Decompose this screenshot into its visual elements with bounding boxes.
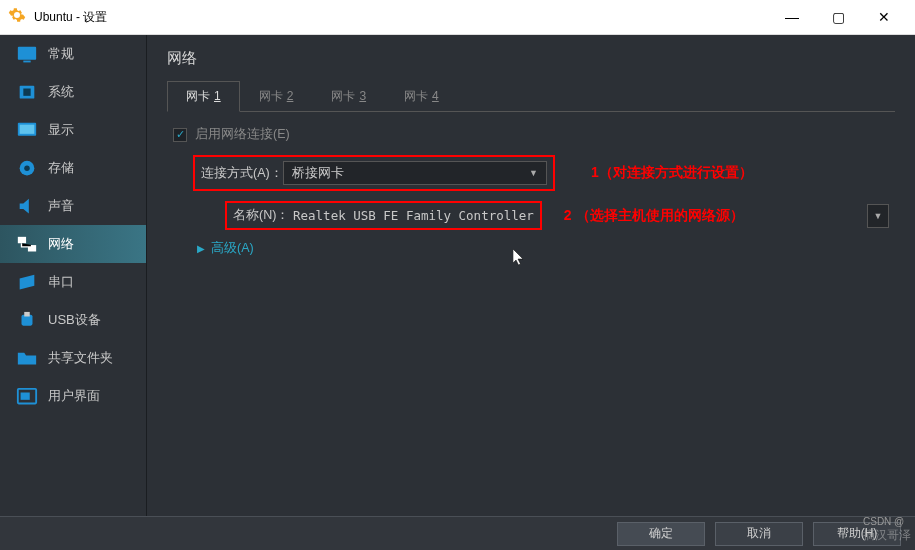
svg-rect-8: [18, 237, 26, 243]
adapter-name-value: Realtek USB FE Family Controller: [293, 208, 534, 223]
triangle-right-icon: ▶: [197, 243, 205, 254]
advanced-toggle[interactable]: ▶ 高级(A): [169, 240, 893, 257]
connection-type-label: 连接方式(A)：: [201, 165, 283, 182]
sidebar-item-display[interactable]: 显示: [0, 111, 146, 149]
connection-type-dropdown[interactable]: 桥接网卡 ▼: [283, 161, 547, 185]
page-title: 网络: [167, 49, 895, 68]
adapter-tabs: 网卡1 网卡2 网卡3 网卡4: [167, 80, 895, 112]
sidebar-item-shared[interactable]: 共享文件夹: [0, 339, 146, 377]
folder-icon: [16, 349, 38, 367]
sidebar: 常规 系统 显示 存储 声音 网络 串口 USB设备: [0, 35, 147, 516]
sidebar-item-label: 串口: [48, 273, 74, 291]
annotation-2: 2 （选择主机使用的网络源）: [564, 207, 744, 225]
ui-icon: [16, 387, 38, 405]
monitor-icon: [16, 45, 38, 63]
main-panel: 网络 网卡1 网卡2 网卡3 网卡4 ✓ 启用网络连接(E) 连接方式(A)： …: [147, 35, 915, 516]
dialog-footer: 确定 取消 帮助(H): [0, 516, 915, 550]
connection-type-value: 桥接网卡: [292, 165, 344, 182]
enable-network-label: 启用网络连接(E): [195, 126, 290, 143]
help-button[interactable]: 帮助(H): [813, 522, 901, 546]
sidebar-item-storage[interactable]: 存储: [0, 149, 146, 187]
ok-button[interactable]: 确定: [617, 522, 705, 546]
annotation-box-2: 名称(N)： Realtek USB FE Family Controller: [225, 201, 542, 230]
sidebar-item-network[interactable]: 网络: [0, 225, 146, 263]
window-title: Ubuntu - 设置: [34, 9, 769, 26]
close-button[interactable]: ✕: [861, 2, 907, 32]
checkbox-icon: ✓: [173, 128, 187, 142]
minimize-button[interactable]: —: [769, 2, 815, 32]
sidebar-item-ui[interactable]: 用户界面: [0, 377, 146, 415]
sidebar-item-serial[interactable]: 串口: [0, 263, 146, 301]
sidebar-item-system[interactable]: 系统: [0, 73, 146, 111]
sidebar-item-label: 显示: [48, 121, 74, 139]
svg-rect-1: [23, 61, 30, 63]
advanced-label: 高级(A): [211, 240, 254, 257]
network-icon: [16, 235, 38, 253]
sidebar-item-label: 存储: [48, 159, 74, 177]
gear-icon: [8, 6, 26, 28]
adapter-name-dropdown[interactable]: ▼: [867, 204, 889, 228]
chevron-down-icon: ▼: [874, 211, 883, 221]
maximize-button[interactable]: ▢: [815, 2, 861, 32]
svg-point-7: [24, 165, 29, 170]
adapter-name-label: 名称(N)：: [233, 207, 293, 224]
sidebar-item-label: 常规: [48, 45, 74, 63]
chip-icon: [16, 83, 38, 101]
speaker-icon: [16, 197, 38, 215]
svg-rect-11: [24, 312, 29, 317]
sidebar-item-usb[interactable]: USB设备: [0, 301, 146, 339]
titlebar: Ubuntu - 设置 — ▢ ✕: [0, 0, 915, 35]
usb-icon: [16, 311, 38, 329]
tab-adapter-1[interactable]: 网卡1: [167, 81, 240, 112]
svg-rect-13: [21, 393, 30, 400]
svg-rect-5: [20, 125, 35, 134]
sidebar-item-general[interactable]: 常规: [0, 35, 146, 73]
annotation-1: 1（对连接方式进行设置）: [591, 164, 753, 182]
sidebar-item-label: 用户界面: [48, 387, 100, 405]
enable-network-checkbox[interactable]: ✓ 启用网络连接(E): [169, 126, 893, 143]
sidebar-item-label: 共享文件夹: [48, 349, 113, 367]
sidebar-item-label: 声音: [48, 197, 74, 215]
display-icon: [16, 121, 38, 139]
annotation-box-1: 连接方式(A)： 桥接网卡 ▼: [193, 155, 555, 191]
sidebar-item-label: USB设备: [48, 311, 101, 329]
tab-adapter-3[interactable]: 网卡3: [312, 81, 385, 112]
disk-icon: [16, 159, 38, 177]
serial-icon: [16, 273, 38, 291]
sidebar-item-label: 网络: [48, 235, 74, 253]
svg-rect-3: [23, 89, 30, 96]
tab-adapter-4[interactable]: 网卡4: [385, 81, 458, 112]
tab-adapter-2[interactable]: 网卡2: [240, 81, 313, 112]
sidebar-item-audio[interactable]: 声音: [0, 187, 146, 225]
svg-rect-0: [18, 47, 36, 60]
sidebar-item-label: 系统: [48, 83, 74, 101]
chevron-down-icon: ▼: [529, 168, 538, 178]
cancel-button[interactable]: 取消: [715, 522, 803, 546]
